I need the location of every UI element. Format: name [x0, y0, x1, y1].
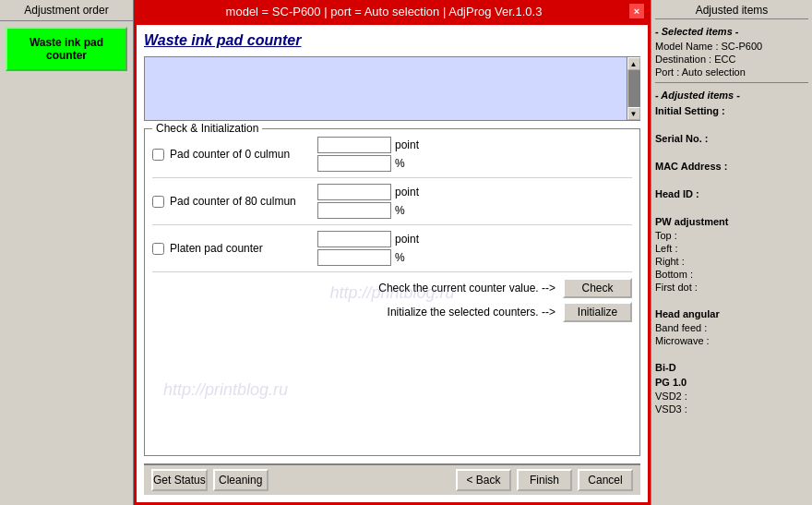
check-group-legend: Check & Initialization: [152, 122, 262, 135]
mac-address-item: MAC Address :: [655, 161, 808, 172]
pad-counter-0-percent-unit: %: [395, 157, 405, 170]
check-action-label: Check the current counter value. -->: [378, 282, 555, 295]
head-id-spacer: [655, 202, 808, 213]
counter-row-80: Pad counter of 80 culmun point %: [152, 184, 632, 225]
vsd3-item: VSD3 :: [655, 403, 808, 415]
platen-pad-counter-point-row: point: [317, 231, 419, 247]
pad-counter-80-point-row: point: [317, 184, 419, 200]
close-button[interactable]: ×: [628, 3, 645, 19]
pad-counter-80-point-input[interactable]: [317, 184, 391, 200]
pad-counter-0-point-input[interactable]: [317, 137, 391, 153]
pad-counter-0-checkbox[interactable]: [152, 149, 164, 161]
pw-adjustment-item: PW adjustment: [655, 216, 808, 227]
back-button[interactable]: < Back: [456, 469, 511, 491]
pw-left-item: Left :: [655, 243, 808, 254]
pad-counter-80-percent-row: %: [317, 202, 419, 219]
pw-first-dot-item: First dot :: [655, 282, 808, 293]
sidebar-item-waste-ink[interactable]: Waste ink pad counter: [6, 27, 127, 71]
bottom-bar: Get Status Cleaning < Back Finish Cancel: [144, 463, 640, 495]
pad-counter-0-point-unit: point: [395, 138, 419, 151]
right-sidebar: Adjusted items - Selected items - Model …: [651, 0, 812, 505]
pw-bottom-item: Bottom :: [655, 269, 808, 280]
initialize-action-label: Initialize the selected counters. -->: [388, 306, 555, 319]
destination-item: Destination : ECC: [655, 54, 808, 65]
band-feed-item: Band feed :: [655, 322, 808, 333]
selected-items-header: - Selected items -: [655, 26, 808, 37]
platen-pad-counter-checkbox[interactable]: [152, 243, 164, 255]
dialog-content: Waste ink pad counter http://printblog.r…: [134, 22, 651, 505]
main-area: model = SC-P600 | port = Auto selection …: [134, 0, 651, 505]
scroll-down-arrow[interactable]: ▼: [627, 107, 640, 120]
check-initialization-group: Check & Initialization http://printblog.…: [144, 128, 640, 456]
vsd2-item: VSD2 :: [655, 391, 808, 402]
pw-spacer: [655, 295, 808, 306]
counter-row-0: Pad counter of 0 culmun point %: [152, 137, 632, 178]
platen-pad-counter-point-unit: point: [395, 233, 419, 246]
adjusted-items-header: - Adjusted items -: [655, 90, 808, 101]
head-id-item: Head ID :: [655, 188, 808, 199]
platen-pad-counter-point-input[interactable]: [317, 231, 391, 247]
initialize-button[interactable]: Initialize: [563, 302, 632, 322]
pad-counter-80-point-unit: point: [395, 186, 419, 198]
pad-counter-0-percent-input[interactable]: [317, 155, 391, 172]
pad-counter-0-inputs: point %: [317, 137, 419, 172]
microwave-item: Microwave :: [655, 335, 808, 346]
angular-spacer: [655, 348, 808, 359]
left-sidebar: Adjustment order Waste ink pad counter: [0, 0, 134, 505]
serial-no-item: Serial No. :: [655, 133, 808, 144]
pad-counter-0-label: Pad counter of 0 culmun: [170, 148, 317, 161]
dialog-title: Waste ink pad counter: [144, 32, 640, 49]
right-sidebar-title: Adjusted items: [655, 4, 808, 19]
cleaning-button[interactable]: Cleaning: [213, 469, 269, 491]
model-name-item: Model Name : SC-P600: [655, 41, 808, 52]
platen-pad-counter-label: Platen pad counter: [170, 242, 317, 255]
separator-1: [655, 82, 808, 83]
get-status-button[interactable]: Get Status: [151, 469, 208, 491]
port-item: Port : Auto selection: [655, 66, 808, 78]
initialize-action-row: Initialize the selected counters. --> In…: [152, 302, 632, 322]
pad-counter-0-percent-row: %: [317, 155, 419, 172]
counter-row-platen: Platen pad counter point %: [152, 231, 632, 272]
platen-pad-counter-percent-input[interactable]: [317, 249, 391, 266]
pw-top-item: Top :: [655, 230, 808, 241]
platen-pad-counter-percent-unit: %: [395, 251, 405, 264]
pad-counter-0-point-row: point: [317, 137, 419, 153]
watermark-bottom: http://printblog.ru: [163, 380, 288, 400]
text-display-area: ▲ ▼: [144, 56, 640, 121]
initial-setting-spacer: [655, 119, 808, 130]
finish-button[interactable]: Finish: [517, 469, 572, 491]
pad-counter-80-percent-input[interactable]: [317, 202, 391, 219]
scroll-up-arrow[interactable]: ▲: [627, 57, 640, 70]
pw-right-item: Right :: [655, 256, 808, 267]
pad-counter-80-percent-unit: %: [395, 204, 405, 217]
serial-no-spacer: [655, 147, 808, 158]
title-bar: model = SC-P600 | port = Auto selection …: [134, 0, 651, 22]
pad-counter-80-label: Pad counter of 80 culmun: [170, 195, 317, 208]
adjustment-order-title: Adjustment order: [0, 0, 133, 21]
scroll-thumb[interactable]: [628, 70, 639, 107]
initial-setting-item: Initial Setting :: [655, 105, 808, 116]
platen-pad-counter-percent-row: %: [317, 249, 419, 266]
cancel-button[interactable]: Cancel: [578, 469, 633, 491]
check-button[interactable]: Check: [563, 278, 632, 298]
title-bar-text: model = SC-P600 | port = Auto selection …: [139, 5, 628, 18]
platen-pad-counter-inputs: point %: [317, 231, 419, 266]
mac-address-spacer: [655, 174, 808, 186]
text-area-scrollbar[interactable]: ▲ ▼: [627, 57, 639, 120]
bi-d-item: Bi-D: [655, 362, 808, 373]
head-angular-item: Head angular: [655, 308, 808, 319]
pad-counter-80-checkbox[interactable]: [152, 196, 164, 208]
check-action-row: Check the current counter value. --> Che…: [152, 278, 632, 298]
pg-item: PG 1.0: [655, 377, 808, 388]
pad-counter-80-inputs: point %: [317, 184, 419, 219]
